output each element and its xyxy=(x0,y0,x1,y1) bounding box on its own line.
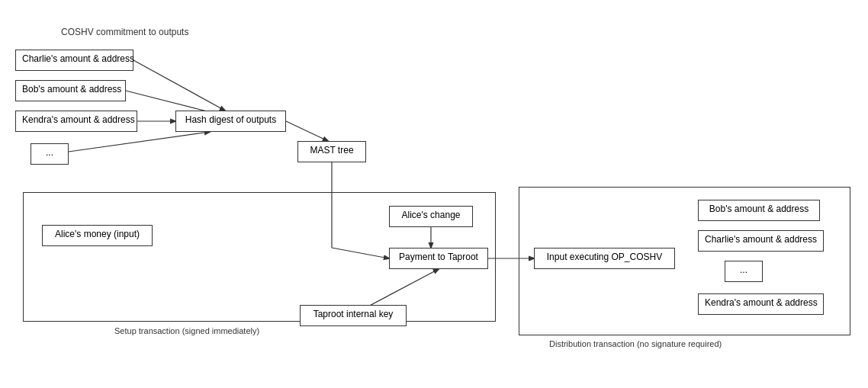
input-executing-box: Input executing OP_COSHV xyxy=(534,248,675,269)
dots-right-box: ... xyxy=(725,261,763,282)
charlies-top-box: Charlie's amount & address xyxy=(15,50,133,71)
kendras-right-box: Kendra's amount & address xyxy=(698,293,824,315)
hash-digest-box: Hash digest of outputs xyxy=(175,111,286,132)
svg-line-3 xyxy=(69,132,210,152)
bobs-top-box: Bob's amount & address xyxy=(15,80,126,101)
alices-change-box: Alice's change xyxy=(389,206,473,227)
mast-tree-box: MAST tree xyxy=(297,141,366,162)
bobs-right-box: Bob's amount & address xyxy=(698,200,820,221)
distribution-label: Distribution transaction (no signature r… xyxy=(549,339,722,348)
setup-label: Setup transaction (signed immediately) xyxy=(114,326,259,335)
diagram: COSHV commitment to outputs Charlie's am… xyxy=(0,0,868,388)
taproot-internal-box: Taproot internal key xyxy=(300,305,407,326)
kendras-top-box: Kendra's amount & address xyxy=(15,111,137,132)
dots-top-box: ... xyxy=(31,143,69,165)
svg-line-4 xyxy=(286,121,328,141)
payment-taproot-box: Payment to Taproot xyxy=(389,248,488,269)
coshv-title: COSHV commitment to outputs xyxy=(61,27,188,37)
alices-money-box: Alice's money (input) xyxy=(42,225,153,246)
svg-line-0 xyxy=(133,60,225,111)
charlies-right-box: Charlie's amount & address xyxy=(698,230,824,252)
